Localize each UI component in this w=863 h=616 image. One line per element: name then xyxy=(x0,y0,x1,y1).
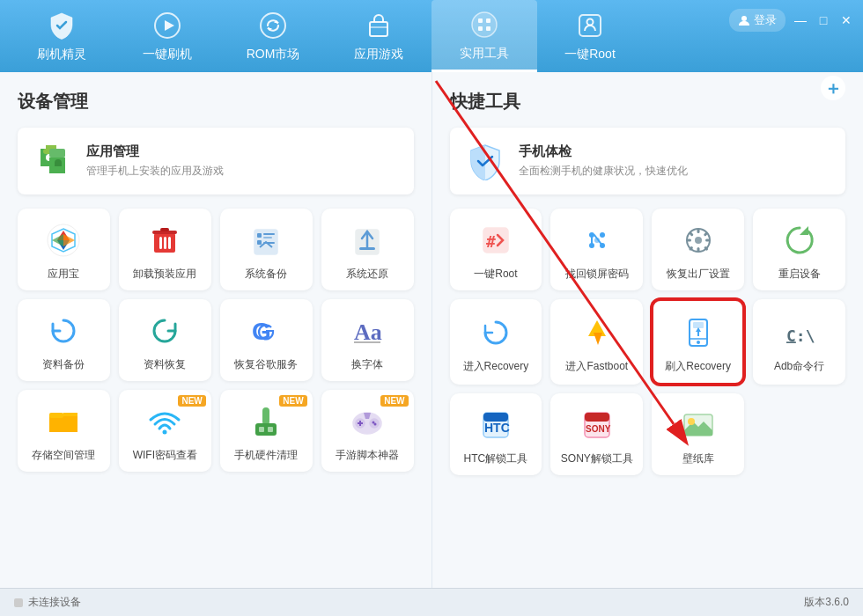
google-item[interactable]: G 恢复谷歌服务 xyxy=(220,299,313,381)
app-manager-item[interactable]: 应用管理 管理手机上安装的应用及游戏 xyxy=(18,128,414,194)
uninstall-label: 卸载预装应用 xyxy=(133,267,196,282)
right-grid-row3: HTC HTC解锁工具 SONY SONY解锁工具 xyxy=(450,393,846,475)
wifi-label: WIFI密码查看 xyxy=(133,448,197,463)
root-icon: # xyxy=(476,221,515,260)
svg-rect-39 xyxy=(255,423,277,436)
add-button[interactable]: ＋ xyxy=(821,76,845,100)
refresh-icon xyxy=(257,10,289,41)
tab-onekey-label: 一键刷机 xyxy=(143,47,192,62)
enter-fastboot-item[interactable]: 进入Fastboot xyxy=(550,299,643,385)
login-label: 登录 xyxy=(754,12,777,28)
app-manager-desc: 管理手机上安装的应用及游戏 xyxy=(86,164,224,179)
wallpaper-item[interactable]: 壁纸库 xyxy=(652,393,744,475)
sysbak-item[interactable]: 系统备份 xyxy=(220,209,313,290)
apppro-label: 应用宝 xyxy=(48,267,79,282)
font-item[interactable]: Aa 换字体 xyxy=(321,299,414,381)
fastboot-icon xyxy=(578,313,616,352)
datarestore-item[interactable]: 资料恢复 xyxy=(119,299,211,381)
svg-point-72 xyxy=(697,341,700,344)
databak-label: 资料备份 xyxy=(42,357,85,372)
right-grid-row1: # 一键Root xyxy=(450,209,846,290)
svg-rect-24 xyxy=(257,233,262,238)
onekey-root-item[interactable]: # 一键Root xyxy=(450,209,542,290)
gamescript-item[interactable]: NEW 手游脚本神器 xyxy=(321,390,414,472)
cleaner-item[interactable]: NEW 手机硬件清理 xyxy=(220,390,313,472)
tab-apps[interactable]: 应用游戏 xyxy=(326,0,432,72)
svg-rect-38 xyxy=(262,407,269,425)
onekey-root-label: 一键Root xyxy=(474,267,517,282)
reboot-icon xyxy=(780,221,819,260)
sysrestore-label: 系统还原 xyxy=(346,267,388,282)
sysrestore-item[interactable]: 系统还原 xyxy=(321,209,414,290)
minimize-button[interactable]: — xyxy=(793,12,808,28)
phone-check-text: 手机体检 全面检测手机的健康状况，快速优化 xyxy=(519,143,688,179)
app-manager-text: 应用管理 管理手机上安装的应用及游戏 xyxy=(86,143,224,179)
adb-item[interactable]: C:\ _ Adb命令行 xyxy=(753,299,845,385)
flash-rec-icon xyxy=(679,313,718,352)
svg-text:Aa: Aa xyxy=(354,319,382,345)
svg-marker-66 xyxy=(800,226,808,235)
uninstall-item[interactable]: 卸载预装应用 xyxy=(119,209,211,290)
apppro-item[interactable]: 应用宝 xyxy=(18,209,110,290)
enter-recovery-item[interactable]: 进入Recovery xyxy=(450,299,542,385)
grid-icon xyxy=(468,9,500,40)
title-bar: 刷机精灵 一键刷机 ROM市场 xyxy=(0,0,863,72)
wifi-item[interactable]: NEW WIFI密码查看 xyxy=(119,390,211,472)
maximize-button[interactable]: □ xyxy=(815,12,831,28)
tab-onekey[interactable]: 一键刷机 xyxy=(114,0,220,72)
svg-rect-31 xyxy=(359,247,375,250)
svg-point-7 xyxy=(472,12,497,37)
tab-flash[interactable]: 刷机精灵 xyxy=(9,0,114,72)
unlock-screen-item[interactable]: 找回锁屏密码 xyxy=(550,209,643,290)
adb-icon: C:\ _ xyxy=(780,313,819,352)
sysrestore-icon xyxy=(348,221,387,260)
tab-rom[interactable]: ROM市场 xyxy=(220,0,326,72)
flash-recovery-item[interactable]: 刷入Recovery xyxy=(652,299,744,385)
font-icon: Aa xyxy=(348,312,387,350)
gamescript-icon xyxy=(348,402,387,441)
right-panel-title: 快捷工具 xyxy=(450,90,846,114)
svg-rect-70 xyxy=(693,322,704,328)
status-left: 未连接设备 xyxy=(14,595,81,610)
svg-text:HTC: HTC xyxy=(484,421,510,435)
tab-tools[interactable]: 实用工具 xyxy=(432,0,537,72)
svg-rect-59 xyxy=(697,247,699,252)
svg-rect-11 xyxy=(486,26,491,31)
datarestore-icon xyxy=(145,312,184,350)
svg-rect-18 xyxy=(159,237,162,249)
gamescript-label: 手游脚本神器 xyxy=(336,448,399,463)
reboot-label: 重启设备 xyxy=(778,267,821,282)
svg-rect-58 xyxy=(697,229,699,233)
shield-check-icon xyxy=(464,140,506,182)
trash-icon xyxy=(145,221,184,260)
svg-rect-61 xyxy=(705,239,710,242)
databak-icon xyxy=(44,312,83,350)
tab-root[interactable]: 一键Root xyxy=(537,0,643,72)
svg-point-2 xyxy=(261,13,285,38)
phone-check-item[interactable]: 手机体检 全面检测手机的健康状况，快速优化 xyxy=(450,128,846,194)
status-dot xyxy=(14,598,23,607)
sony-item[interactable]: SONY SONY解锁工具 xyxy=(550,393,643,475)
reboot-item[interactable]: 重启设备 xyxy=(753,209,845,290)
wallpaper-icon xyxy=(679,406,718,444)
left-panel: 设备管理 应用管理 管理手机上安装的应用及游戏 xyxy=(0,72,432,588)
svg-rect-22 xyxy=(160,228,169,231)
svg-text:_: _ xyxy=(786,325,796,343)
tab-flash-label: 刷机精灵 xyxy=(37,47,86,62)
login-button[interactable]: 登录 xyxy=(729,9,786,32)
svg-point-52 xyxy=(600,232,605,238)
puzzle-icon xyxy=(32,140,74,182)
htc-item[interactable]: HTC HTC解锁工具 xyxy=(450,393,542,475)
svg-marker-68 xyxy=(594,333,602,345)
cleaner-icon xyxy=(247,402,285,441)
storage-item[interactable]: 存储空间管理 xyxy=(18,390,110,472)
factory-reset-item[interactable]: 恢复出厂设置 xyxy=(652,209,744,290)
recovery-icon xyxy=(476,313,515,352)
left-panel-title: 设备管理 xyxy=(18,90,414,114)
svg-rect-41 xyxy=(268,427,273,432)
factory-icon xyxy=(679,221,718,260)
close-button[interactable]: ✕ xyxy=(838,12,854,28)
lock-dots-icon xyxy=(578,221,616,260)
sony-icon: SONY xyxy=(578,406,616,444)
databak-item[interactable]: 资料备份 xyxy=(18,299,110,381)
